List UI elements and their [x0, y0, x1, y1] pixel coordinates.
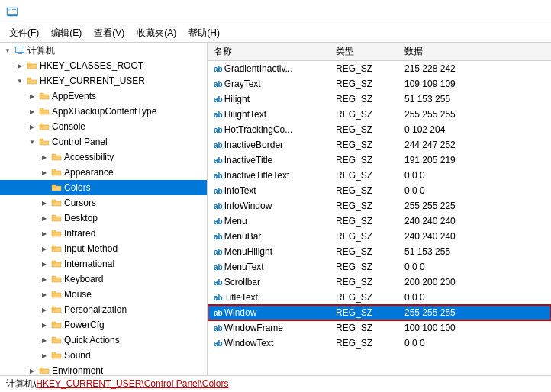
cell-name-3: abHilightText — [208, 107, 330, 122]
tree-expander-controlpanel[interactable]: ▼ — [26, 136, 38, 148]
table-row[interactable]: abMenuTextREG_SZ0 0 0 — [208, 259, 551, 275]
tree-folder-icon-hkcr — [26, 59, 38, 72]
tree-item-computer[interactable]: ▼计算机 — [0, 43, 207, 58]
table-row[interactable]: abInfoWindowREG_SZ255 255 225 — [208, 198, 551, 214]
tree-label-inputmethod: Input Method — [63, 243, 118, 254]
minimize-button[interactable] — [437, 0, 472, 24]
tree-expander-environment[interactable]: ▶ — [26, 365, 38, 375]
menu-item-h[interactable]: 帮助(H) — [182, 25, 226, 41]
tree-expander-inputmethod[interactable]: ▶ — [38, 243, 50, 255]
table-row[interactable]: abInactiveBorderREG_SZ244 247 252 — [208, 137, 551, 153]
table-row[interactable]: abMenuHilightREG_SZ51 153 255 — [208, 244, 551, 259]
table-row[interactable]: abGradientInactiv...REG_SZ215 228 242 — [208, 61, 551, 76]
table-row[interactable]: abInfoTextREG_SZ0 0 0 — [208, 183, 551, 198]
tree-panel[interactable]: ▼计算机▶HKEY_CLASSES_ROOT▼HKEY_CURRENT_USER… — [0, 43, 208, 375]
tree-item-console[interactable]: ▶Console — [0, 119, 207, 134]
tree-label-international: International — [63, 259, 114, 269]
tree-item-international[interactable]: ▶International — [0, 256, 207, 272]
tree-expander-quickactions[interactable]: ▶ — [38, 334, 50, 346]
tree-item-mouse[interactable]: ▶Mouse — [0, 287, 207, 302]
tree-item-inputmethod[interactable]: ▶Input Method — [0, 241, 207, 256]
cell-name-1: abGrayText — [208, 76, 330, 92]
svg-rect-23 — [52, 154, 56, 156]
tree-item-keyboard[interactable]: ▶Keyboard — [0, 272, 207, 287]
tree-item-controlpanel[interactable]: ▼Control Panel — [0, 134, 207, 149]
tree-expander-appevents[interactable]: ▶ — [26, 90, 38, 102]
tree-expander-personalization[interactable]: ▶ — [38, 304, 50, 316]
tree-expander-computer[interactable]: ▼ — [2, 44, 14, 56]
close-button[interactable] — [510, 0, 545, 24]
cell-name-16: abWindow — [208, 305, 330, 320]
table-row[interactable]: abHilightREG_SZ51 153 255 — [208, 92, 551, 107]
tree-folder-icon-controlpanel — [38, 136, 50, 148]
tree-item-sound[interactable]: ▶Sound — [0, 348, 207, 363]
tree-expander-sound[interactable]: ▶ — [38, 349, 50, 361]
tree-expander-keyboard[interactable]: ▶ — [38, 273, 50, 285]
table-row[interactable]: abInactiveTitleREG_SZ191 205 219 — [208, 153, 551, 168]
table-row[interactable]: abMenuBarREG_SZ240 240 240 — [208, 229, 551, 244]
tree-item-hkcr[interactable]: ▶HKEY_CLASSES_ROOT — [0, 58, 207, 73]
cell-type-13: REG_SZ — [330, 259, 398, 275]
tree-item-quickactions[interactable]: ▶Quick Actions — [0, 333, 207, 348]
table-row[interactable]: abWindowFrameREG_SZ100 100 100 — [208, 320, 551, 336]
cell-type-1: REG_SZ — [330, 76, 398, 92]
tree-expander-appxbackup[interactable]: ▶ — [26, 105, 38, 117]
tree-item-powercfg[interactable]: ▶PowerCfg — [0, 317, 207, 333]
table-row[interactable]: abWindowTextREG_SZ0 0 0 — [208, 336, 551, 351]
svg-rect-9 — [18, 53, 22, 54]
menu-item-f[interactable]: 文件(F) — [3, 25, 45, 41]
tree-item-appearance[interactable]: ▶Appearance — [0, 165, 207, 180]
tree-item-desktop[interactable]: ▶Desktop — [0, 210, 207, 226]
table-row[interactable]: abGrayTextREG_SZ109 109 109 — [208, 76, 551, 92]
svg-rect-35 — [52, 246, 56, 248]
cell-name-2: abHilight — [208, 92, 330, 107]
tree-expander-hkcr[interactable]: ▶ — [14, 59, 26, 72]
tree-expander-console[interactable]: ▶ — [26, 120, 38, 133]
tree-expander-accessibility[interactable]: ▶ — [38, 151, 50, 163]
tree-item-accessibility[interactable]: ▶Accessibility — [0, 149, 207, 165]
ab-icon: ab — [214, 126, 223, 134]
table-row[interactable]: abTitleTextREG_SZ0 0 0 — [208, 290, 551, 305]
cell-name-8: abInfoText — [208, 183, 330, 198]
tree-item-environment[interactable]: ▶Environment — [0, 363, 207, 375]
tree-item-appxbackup[interactable]: ▶AppXBackupContentType — [0, 104, 207, 119]
table-row[interactable]: abScrollbarREG_SZ200 200 200 — [208, 275, 551, 290]
tree-folder-icon-colors — [50, 182, 63, 194]
table-row[interactable]: abHilightTextREG_SZ255 255 255 — [208, 107, 551, 122]
cell-data-14: 200 200 200 — [398, 275, 551, 290]
tree-expander-mouse[interactable]: ▶ — [38, 288, 50, 300]
tree-label-console: Console — [50, 121, 85, 132]
cell-type-5: REG_SZ — [330, 137, 398, 153]
ab-icon: ab — [214, 233, 223, 241]
table-row[interactable]: abWindowREG_SZ255 255 255 — [208, 305, 551, 320]
tree-label-appxbackup: AppXBackupContentType — [50, 106, 156, 117]
tree-expander-appearance[interactable]: ▶ — [38, 166, 50, 178]
tree-folder-icon-keyboard — [50, 273, 63, 285]
cell-data-8: 0 0 0 — [398, 183, 551, 198]
table-row[interactable]: abInactiveTitleTextREG_SZ0 0 0 — [208, 168, 551, 183]
menu-item-v[interactable]: 查看(V) — [88, 25, 130, 41]
tree-expander-infrared[interactable]: ▶ — [38, 227, 50, 239]
tree-expander-cursors[interactable]: ▶ — [38, 197, 50, 209]
cell-type-3: REG_SZ — [330, 107, 398, 122]
cell-data-5: 244 247 252 — [398, 137, 551, 153]
table-row[interactable]: abMenuREG_SZ240 240 240 — [208, 214, 551, 229]
tree-item-colors[interactable]: Colors — [0, 180, 207, 195]
tree-item-hkcu[interactable]: ▼HKEY_CURRENT_USER — [0, 73, 207, 88]
table-row[interactable]: abHotTrackingCo...REG_SZ0 102 204 — [208, 122, 551, 137]
cell-name-17: abWindowFrame — [208, 320, 330, 336]
maximize-button[interactable] — [473, 0, 508, 24]
data-panel[interactable]: 名称 类型 数据 abGradientInactiv...REG_SZ215 2… — [208, 43, 551, 375]
menu-item-e[interactable]: 编辑(E) — [45, 25, 88, 41]
ab-icon: ab — [214, 202, 223, 210]
tree-expander-international[interactable]: ▶ — [38, 258, 50, 270]
menu-bar: 文件(F)编辑(E)查看(V)收藏夹(A)帮助(H) — [0, 24, 551, 43]
tree-item-infrared[interactable]: ▶Infrared — [0, 226, 207, 241]
tree-expander-powercfg[interactable]: ▶ — [38, 319, 50, 331]
tree-expander-hkcu[interactable]: ▼ — [14, 75, 26, 87]
tree-item-personalization[interactable]: ▶Personalization — [0, 302, 207, 317]
tree-item-cursors[interactable]: ▶Cursors — [0, 195, 207, 210]
tree-item-appevents[interactable]: ▶AppEvents — [0, 88, 207, 104]
tree-expander-desktop[interactable]: ▶ — [38, 212, 50, 224]
menu-item-a[interactable]: 收藏夹(A) — [130, 25, 182, 41]
